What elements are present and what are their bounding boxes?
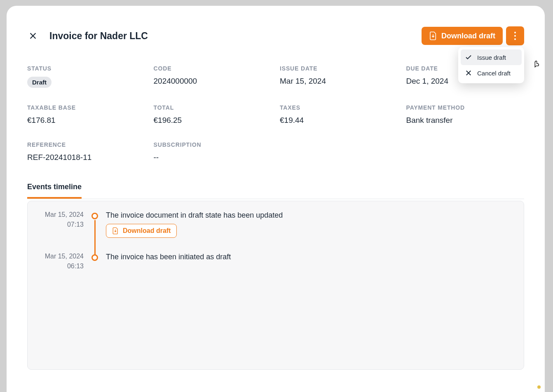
- event-text: The invoice has been initiated as draft: [106, 253, 514, 261]
- field-taxes: TAXES €19.44: [280, 104, 398, 125]
- cancel-draft-item[interactable]: Cancel draft: [461, 65, 522, 81]
- total-value: €196.25: [154, 116, 272, 125]
- issue-draft-item[interactable]: Issue draft: [461, 49, 522, 65]
- event-datetime: Mar 15, 2024 06:13: [37, 253, 84, 270]
- status-label: STATUS: [27, 65, 145, 72]
- field-code: CODE 2024000000: [154, 65, 272, 88]
- download-icon: [112, 227, 119, 235]
- taxes-label: TAXES: [280, 104, 398, 111]
- event-date: Mar 15, 2024: [45, 253, 84, 260]
- event-body: The invoice document in draft state has …: [106, 211, 514, 238]
- download-draft-label: Download draft: [441, 32, 495, 40]
- download-draft-button[interactable]: Download draft: [422, 27, 503, 45]
- issue-date-value: Mar 15, 2024: [280, 77, 398, 86]
- close-button[interactable]: [27, 30, 39, 42]
- event-download-draft-button[interactable]: Download draft: [106, 224, 177, 238]
- payment-method-label: PAYMENT METHOD: [406, 104, 525, 111]
- status-badge: Draft: [27, 77, 52, 88]
- payment-method-value: Bank transfer: [406, 116, 525, 125]
- more-menu-button[interactable]: Issue draft Cancel draft: [506, 26, 524, 45]
- event-download-label: Download draft: [123, 227, 171, 235]
- code-value: 2024000000: [154, 77, 272, 86]
- code-label: CODE: [154, 65, 272, 72]
- timeline-event: Mar 15, 2024 06:13 The invoice has been …: [37, 253, 514, 270]
- timeline-marker: [91, 253, 98, 270]
- field-payment-method: PAYMENT METHOD Bank transfer: [406, 104, 525, 125]
- taxable-base-value: €176.81: [27, 116, 145, 125]
- close-icon: [28, 31, 37, 40]
- event-date: Mar 15, 2024: [45, 211, 84, 218]
- reference-label: REFERENCE: [27, 141, 145, 148]
- field-taxable-base: TAXABLE BASE €176.81: [27, 104, 145, 125]
- timeline-event: Mar 15, 2024 07:13 The invoice document …: [37, 211, 514, 238]
- event-time: 07:13: [37, 221, 84, 228]
- timeline-panel: Mar 15, 2024 07:13 The invoice document …: [27, 201, 524, 370]
- more-dropdown: Issue draft Cancel draft: [458, 47, 524, 83]
- event-datetime: Mar 15, 2024 07:13: [37, 211, 84, 238]
- field-total: TOTAL €196.25: [154, 104, 272, 125]
- timeline-dot-icon: [91, 254, 98, 261]
- dots-vertical-icon: [514, 31, 516, 41]
- field-issue-date: ISSUE DATE Mar 15, 2024: [280, 65, 398, 88]
- taxes-value: €19.44: [280, 116, 398, 125]
- reference-value: REF-20241018-11: [27, 153, 145, 162]
- download-icon: [429, 31, 437, 40]
- tab-events-timeline[interactable]: Events timeline: [27, 183, 82, 199]
- x-icon: [465, 69, 472, 77]
- subscription-value: --: [154, 153, 272, 162]
- taxable-base-label: TAXABLE BASE: [27, 104, 145, 111]
- cancel-draft-label: Cancel draft: [477, 70, 511, 77]
- invoice-modal: Invoice for Nader LLC Download draft Iss…: [7, 6, 545, 392]
- field-reference: REFERENCE REF-20241018-11: [27, 141, 145, 162]
- cursor-pointer-icon: [532, 60, 541, 71]
- field-status: STATUS Draft: [27, 65, 145, 88]
- status-dot-icon: [537, 385, 541, 389]
- page-title: Invoice for Nader LLC: [49, 31, 422, 42]
- modal-header: Invoice for Nader LLC Download draft Iss…: [27, 26, 524, 45]
- event-body: The invoice has been initiated as draft: [106, 253, 514, 270]
- invoice-fields: STATUS Draft CODE 2024000000 ISSUE DATE …: [27, 65, 524, 162]
- event-time: 06:13: [37, 263, 84, 270]
- total-label: TOTAL: [154, 104, 272, 111]
- issue-draft-label: Issue draft: [477, 54, 506, 61]
- timeline-marker: [91, 211, 98, 238]
- timeline-dot-icon: [91, 213, 98, 219]
- issue-date-label: ISSUE DATE: [280, 65, 398, 72]
- field-subscription: SUBSCRIPTION --: [154, 141, 272, 162]
- check-icon: [465, 54, 472, 61]
- tab-bar: Events timeline: [27, 183, 524, 199]
- subscription-label: SUBSCRIPTION: [154, 141, 272, 148]
- event-text: The invoice document in draft state has …: [106, 211, 514, 220]
